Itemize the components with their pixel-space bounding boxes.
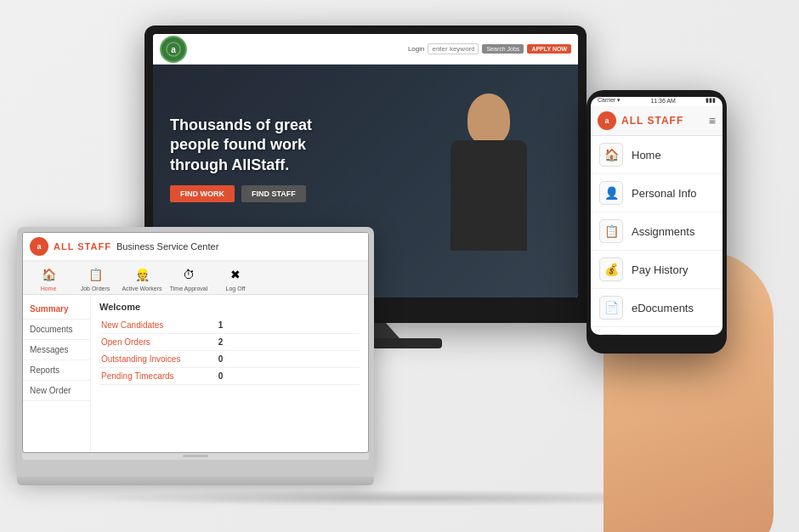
phone-menu-item-time-entry[interactable]: ⏱ Time Entry — [591, 327, 722, 335]
laptop: a ALL STAFF Business Service Center 🏠 Ho… — [17, 227, 374, 485]
sidebar-item-summary[interactable]: Summary — [23, 299, 90, 320]
sidebar-item-reports[interactable]: Reports — [23, 360, 90, 381]
home-icon: 🏠 — [38, 264, 59, 285]
find-work-button[interactable]: FIND WORK — [170, 185, 235, 202]
open-orders-link[interactable]: Open Orders — [99, 334, 217, 351]
sidebar-item-messages[interactable]: Messages — [23, 340, 90, 360]
time-label: 11:36 AM — [650, 98, 676, 104]
toolbar-job-orders[interactable]: 📋 Job Orders — [74, 264, 116, 291]
hamburger-icon[interactable]: ≡ — [709, 114, 716, 127]
active-workers-icon: 👷 — [132, 264, 152, 285]
toolbar-log-off-label: Log Off — [226, 286, 246, 291]
search-input[interactable] — [428, 43, 479, 54]
toolbar-home[interactable]: 🏠 Home — [27, 264, 70, 291]
phone-menu-item-personal-info[interactable]: 👤 Personal Info — [591, 174, 722, 212]
laptop-toolbar: 🏠 Home 📋 Job Orders 👷 Active Workers ⏱ T… — [23, 262, 368, 295]
hero-title: Thousands of great people found work thr… — [170, 116, 340, 175]
app-name: Business Service Center — [116, 241, 218, 252]
table-row: Open Orders 2 — [99, 334, 360, 351]
hero-buttons: FIND WORK FIND STAFF — [170, 185, 340, 202]
table-row: Outstanding Invoices 0 — [99, 351, 360, 368]
phone-menu-item-pay-history[interactable]: 💰 Pay History — [591, 251, 722, 289]
pay-history-menu-icon: 💰 — [599, 258, 623, 281]
phone-logo: a — [598, 111, 616, 130]
open-orders-count: 2 — [217, 334, 360, 351]
phone-screen: Carrier ▾ 11:36 AM ▮▮▮ a ALL STAFF ≡ 🏠 H… — [591, 97, 722, 335]
pay-history-menu-label: Pay History — [632, 263, 688, 276]
new-candidates-count: 1 — [217, 317, 360, 334]
brand-name: ALL STAFF — [54, 241, 111, 252]
toolbar-time-approval[interactable]: ⏱ Time Approval — [167, 264, 210, 291]
laptop-sidebar: Summary Documents Messages Reports New O… — [23, 295, 91, 452]
carrier-label: Carrier ▾ — [598, 97, 620, 104]
home-menu-label: Home — [632, 149, 661, 161]
new-candidates-link[interactable]: New Candidates — [99, 317, 217, 334]
phone-app-header: a ALL STAFF ≡ — [591, 106, 722, 136]
desktop-navbar: a Login Search Jobs APPLY NOW — [153, 34, 578, 65]
assignments-menu-icon: 📋 — [599, 219, 623, 243]
toolbar-active-workers-label: Active Workers — [122, 286, 162, 291]
laptop-base — [17, 477, 374, 485]
apply-now-button[interactable]: APPLY NOW — [527, 44, 571, 54]
sidebar-item-documents[interactable]: Documents — [23, 320, 90, 340]
job-orders-icon: 📋 — [85, 264, 105, 285]
outstanding-invoices-count: 0 — [217, 351, 360, 368]
svg-text:a: a — [171, 45, 176, 54]
phone-menu-item-assignments[interactable]: 📋 Assignments — [591, 212, 722, 251]
laptop-logo: a — [30, 237, 48, 256]
edocuments-menu-label: eDocuments — [632, 302, 694, 314]
table-row: New Candidates 1 — [99, 317, 360, 334]
scene: a Login Search Jobs APPLY NOW — [0, 0, 799, 532]
toolbar-job-orders-label: Job Orders — [81, 286, 110, 291]
battery-icon: ▮▮▮ — [706, 97, 716, 104]
toolbar-time-approval-label: Time Approval — [170, 286, 207, 291]
toolbar-home-label: Home — [41, 286, 57, 291]
outstanding-invoices-link[interactable]: Outstanding Invoices — [99, 351, 217, 368]
hero-person — [391, 93, 561, 297]
laptop-app-header: a ALL STAFF Business Service Center — [23, 233, 368, 262]
laptop-bottom-bar — [22, 453, 369, 460]
desktop-logo: a — [160, 36, 187, 63]
toolbar-log-off[interactable]: ✖ Log Off — [214, 264, 257, 291]
time-entry-menu-icon: ⏱ — [599, 334, 623, 335]
laptop-screen: a ALL STAFF Business Service Center 🏠 Ho… — [22, 232, 369, 453]
pending-timecards-count: 0 — [217, 368, 360, 385]
laptop-main: Summary Documents Messages Reports New O… — [23, 295, 368, 452]
edocuments-menu-icon: 📄 — [599, 296, 623, 320]
hero-content: Thousands of great people found work thr… — [170, 116, 340, 202]
table-row: Pending Timecards 0 — [99, 368, 360, 385]
log-off-icon: ✖ — [225, 264, 246, 285]
phone-menu-item-home[interactable]: 🏠 Home — [591, 136, 722, 174]
phone-brand-name: ALL STAFF — [621, 115, 704, 127]
phone-frame: Carrier ▾ 11:36 AM ▮▮▮ a ALL STAFF ≡ 🏠 H… — [586, 90, 727, 354]
login-link[interactable]: Login — [408, 45, 425, 53]
personal-info-menu-icon: 👤 — [599, 181, 623, 205]
search-jobs-button[interactable]: Search Jobs — [482, 44, 524, 54]
person-head — [468, 93, 510, 144]
person-body — [450, 140, 527, 251]
home-menu-icon: 🏠 — [599, 143, 623, 167]
time-approval-icon: ⏱ — [178, 264, 199, 285]
laptop-content: Welcome New Candidates 1 Open Orders 2 — [91, 295, 368, 452]
toolbar-active-workers[interactable]: 👷 Active Workers — [121, 264, 163, 291]
phone-menu-item-edocuments[interactable]: 📄 eDocuments — [591, 289, 722, 327]
sidebar-item-new-order[interactable]: New Order — [23, 381, 90, 401]
summary-table: New Candidates 1 Open Orders 2 Outstandi… — [99, 317, 360, 385]
laptop-frame: a ALL STAFF Business Service Center 🏠 Ho… — [17, 227, 374, 477]
pending-timecards-link[interactable]: Pending Timecards — [99, 368, 217, 385]
find-staff-button[interactable]: FIND STAFF — [241, 185, 306, 202]
welcome-heading: Welcome — [99, 302, 360, 312]
personal-info-menu-label: Personal Info — [632, 187, 697, 200]
phone-container: Carrier ▾ 11:36 AM ▮▮▮ a ALL STAFF ≡ 🏠 H… — [578, 90, 765, 532]
phone-status-bar: Carrier ▾ 11:36 AM ▮▮▮ — [591, 97, 722, 106]
desktop-login-area: Login Search Jobs APPLY NOW — [408, 43, 571, 54]
assignments-menu-label: Assignments — [632, 225, 694, 238]
